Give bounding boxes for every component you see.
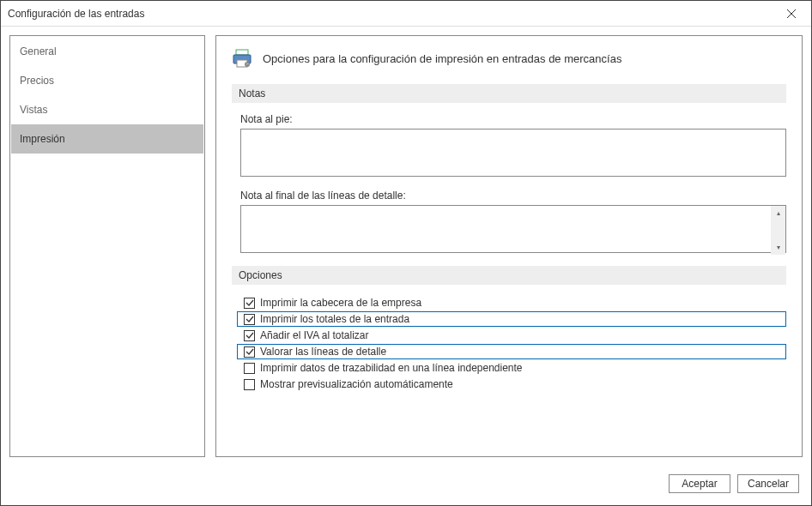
option-label: Añadir el IVA al totalizar [260, 329, 369, 341]
option-label: Imprimir la cabecera de la empresa [260, 297, 421, 309]
option-row-previsualizacion: Mostrar previsualización automáticamente [237, 376, 786, 392]
scrollbar[interactable]: ▴ ▾ [771, 206, 785, 255]
footnote-input[interactable] [240, 129, 786, 177]
options-list: Imprimir la cabecera de la empresa Impri… [237, 295, 786, 392]
window-title: Configuración de las entradas [8, 8, 772, 20]
endnote-input[interactable] [240, 205, 786, 253]
checkbox-trazabilidad[interactable] [244, 363, 255, 374]
sidebar: General Precios Vistas Impresión [9, 35, 205, 457]
option-label: Imprimir los totales de la entrada [260, 313, 409, 325]
option-label: Mostrar previsualización automáticamente [260, 378, 453, 390]
option-row-cabecera: Imprimir la cabecera de la empresa [237, 295, 786, 310]
dialog-body: General Precios Vistas Impresión Opcione… [1, 27, 811, 466]
option-label: Valorar las líneas de detalle [260, 346, 386, 358]
sidebar-item-label: Vistas [20, 104, 47, 116]
option-label: Imprimir datos de trazabilidad en una lí… [260, 362, 523, 374]
scroll-down-icon[interactable]: ▾ [771, 240, 785, 255]
check-icon [245, 315, 254, 323]
checkbox-previsualizacion[interactable] [244, 379, 255, 390]
checkbox-valorar[interactable] [244, 346, 255, 358]
content-header-text: Opciones para la configuración de impres… [263, 52, 621, 65]
check-icon [245, 347, 254, 356]
section-header-opciones: Opciones [232, 266, 786, 285]
scroll-up-icon[interactable]: ▴ [771, 206, 785, 220]
option-row-valorar: Valorar las líneas de detalle [237, 344, 786, 359]
cancel-button[interactable]: Cancelar [737, 474, 799, 493]
printer-icon [232, 48, 252, 69]
ok-button[interactable]: Aceptar [669, 474, 730, 493]
sidebar-item-label: Impresión [20, 133, 65, 145]
sidebar-item-label: General [20, 45, 57, 57]
check-icon [245, 298, 254, 307]
option-row-totales: Imprimir los totales de la entrada [237, 311, 786, 327]
section-header-notas: Notas [232, 84, 786, 103]
titlebar: Configuración de las entradas [1, 1, 811, 27]
checkbox-totales[interactable] [244, 314, 255, 325]
endnote-label: Nota al final de las líneas de detalle: [240, 190, 786, 202]
option-row-iva: Añadir el IVA al totalizar [237, 328, 786, 343]
close-button[interactable] [772, 1, 811, 27]
option-row-trazabilidad: Imprimir datos de trazabilidad en una lí… [237, 360, 786, 376]
button-bar: Aceptar Cancelar [1, 466, 811, 505]
ok-label: Aceptar [682, 478, 717, 490]
cancel-label: Cancelar [748, 478, 789, 490]
sidebar-item-vistas[interactable]: Vistas [11, 95, 203, 124]
sidebar-item-impresion[interactable]: Impresión [11, 124, 203, 154]
checkbox-cabecera[interactable] [244, 298, 255, 309]
footnote-label: Nota al pie: [240, 113, 786, 125]
sidebar-item-general[interactable]: General [11, 37, 203, 66]
sidebar-item-precios[interactable]: Precios [11, 66, 203, 95]
sidebar-item-label: Precios [20, 75, 54, 87]
svg-point-5 [245, 62, 250, 67]
content-panel: Opciones para la configuración de impres… [215, 35, 803, 457]
checkbox-iva[interactable] [244, 330, 255, 341]
content-header: Opciones para la configuración de impres… [232, 48, 786, 69]
close-icon [787, 9, 796, 18]
svg-rect-2 [236, 50, 248, 55]
check-icon [245, 331, 254, 340]
